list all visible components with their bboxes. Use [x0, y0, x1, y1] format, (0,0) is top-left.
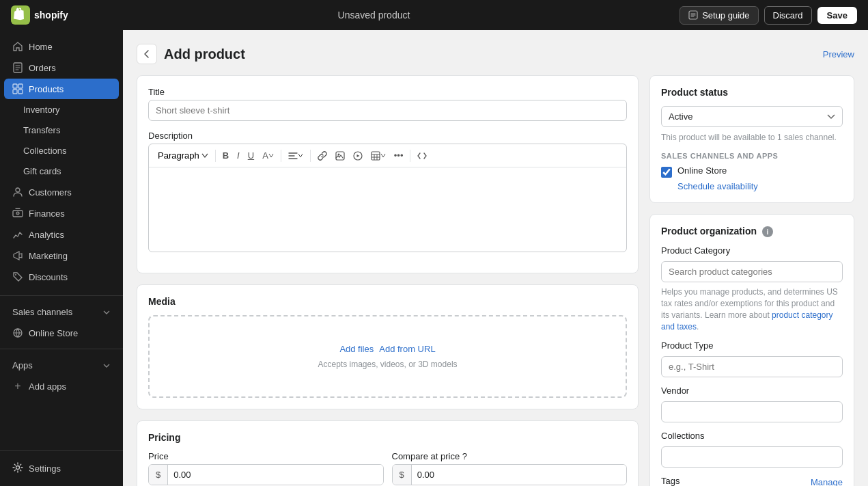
category-input[interactable] [661, 261, 843, 282]
sidebar-item-label: Gift cards [23, 166, 61, 176]
tags-manage-link[interactable]: Manage [811, 477, 843, 486]
logo-text: shopify [34, 10, 68, 21]
compare-input[interactable] [412, 465, 626, 485]
sidebar-item-products[interactable]: Products [4, 79, 119, 99]
description-field-group: Description Paragraph B I U [148, 131, 627, 252]
image-button[interactable] [332, 149, 348, 163]
online-store-icon [12, 327, 23, 338]
sidebar-item-discounts[interactable]: Discounts [4, 267, 119, 287]
sales-channels-section-title: SALES CHANNELS AND APPS [661, 152, 843, 160]
sidebar-item-collections[interactable]: Collections [4, 141, 119, 161]
sidebar-item-analytics[interactable]: Analytics [4, 224, 119, 245]
video-button[interactable] [350, 149, 366, 163]
online-store-label: Online Store [29, 328, 78, 338]
sidebar-item-label: Orders [29, 63, 56, 73]
sidebar-sales-channels[interactable]: Sales channels [4, 302, 119, 322]
svg-point-12 [16, 466, 20, 470]
sales-channels-label: Sales channels [12, 307, 72, 317]
main-content: Add product Preview Title Description [123, 30, 868, 486]
collections-label: Collections [661, 431, 843, 441]
underline-button[interactable]: U [244, 148, 257, 163]
sidebar-item-finances[interactable]: Finances [4, 203, 119, 224]
title-card: Title Description Paragraph [137, 75, 639, 273]
compare-price-field: Compare at price ? $ [392, 451, 628, 485]
svg-point-10 [15, 274, 16, 275]
apps-label: Apps [12, 360, 33, 370]
topbar-left: shopify [11, 5, 68, 25]
sidebar-apps[interactable]: Apps [4, 355, 119, 375]
setup-guide-button[interactable]: Setup guide [680, 6, 758, 25]
compare-prefix: $ [393, 465, 412, 485]
schedule-link[interactable]: Schedule availability [677, 181, 843, 191]
description-textarea[interactable] [149, 167, 626, 249]
back-button[interactable] [137, 44, 157, 64]
topbar: shopify Unsaved product Setup guide Disc… [0, 0, 868, 30]
customers-icon [12, 187, 23, 198]
compare-help-icon[interactable]: ? [462, 451, 467, 461]
sidebar-item-label: Inventory [23, 105, 59, 115]
setup-guide-label: Setup guide [702, 10, 749, 21]
code-button[interactable] [414, 150, 430, 161]
product-org-card: Product organization i Product Category … [649, 214, 854, 486]
discard-button[interactable]: Discard [764, 6, 812, 25]
add-url-link[interactable]: Add from URL [379, 344, 435, 354]
svg-rect-5 [13, 90, 17, 94]
text-color-button[interactable]: A [259, 148, 277, 163]
paragraph-select[interactable]: Paragraph [154, 148, 212, 163]
shopify-logo: shopify [11, 5, 68, 25]
org-help-icon[interactable]: i [762, 226, 773, 237]
left-column: Title Description Paragraph [137, 75, 639, 486]
sidebar-item-transfers[interactable]: Transfers [4, 120, 119, 140]
sidebar-item-settings[interactable]: Settings [4, 457, 119, 480]
sidebar-item-add-apps[interactable]: + Add apps [4, 376, 119, 396]
org-title-text: Product organization [661, 226, 757, 237]
category-hint: Helps you manage products, and determine… [661, 286, 843, 332]
align-button[interactable] [285, 150, 307, 162]
marketing-icon [12, 250, 23, 261]
page-title: Add product [164, 46, 245, 62]
category-field: Product Category Helps you manage produc… [661, 245, 843, 332]
italic-button[interactable]: I [234, 148, 243, 163]
product-type-input[interactable] [661, 356, 843, 377]
app-layout: Home Orders Products Inventory Transfers… [0, 30, 868, 486]
sidebar-item-orders[interactable]: Orders [4, 57, 119, 78]
sidebar-item-label: Analytics [29, 230, 64, 240]
editor-toolbar: Paragraph B I U A [149, 144, 626, 167]
bold-button[interactable]: B [219, 148, 232, 163]
page-document-title: Unsaved product [338, 10, 410, 21]
svg-point-7 [16, 188, 20, 192]
link-button[interactable] [314, 149, 331, 163]
price-input[interactable] [168, 465, 382, 485]
toolbar-divider-2 [281, 150, 281, 162]
sidebar-item-home[interactable]: Home [4, 36, 119, 57]
status-select[interactable]: Active Draft [661, 106, 843, 127]
online-store-checkbox[interactable] [661, 167, 672, 178]
sidebar-item-customers[interactable]: Customers [4, 182, 119, 202]
preview-link[interactable]: Preview [823, 49, 854, 59]
toolbar-divider-3 [310, 150, 311, 162]
sidebar-item-inventory[interactable]: Inventory [4, 100, 119, 120]
media-title: Media [148, 296, 627, 307]
tags-field: Tags Manage [661, 476, 843, 486]
media-dropzone[interactable]: Add files Add from URL Accepts images, v… [148, 315, 627, 398]
more-button[interactable]: ••• [391, 148, 407, 163]
org-card-title: Product organization i [661, 226, 843, 237]
status-hint: This product will be available to 1 sale… [661, 133, 843, 142]
description-editor: Paragraph B I U A [148, 144, 627, 252]
price-prefix: $ [149, 465, 168, 485]
media-links: Add files Add from URL [339, 344, 435, 354]
collections-input[interactable] [661, 446, 843, 468]
online-store-label[interactable]: Online Store [677, 165, 727, 176]
sidebar-item-marketing[interactable]: Marketing [4, 245, 119, 266]
title-input[interactable] [148, 100, 627, 121]
price-label: Price [148, 451, 384, 461]
add-files-link[interactable]: Add files [339, 344, 374, 354]
svg-point-14 [337, 153, 339, 155]
tags-header: Tags Manage [661, 476, 843, 486]
toolbar-divider [215, 150, 216, 162]
table-button[interactable] [367, 149, 389, 163]
sidebar-item-giftcards[interactable]: Gift cards [4, 161, 119, 181]
save-button[interactable]: Save [817, 7, 857, 24]
sidebar-item-online-store[interactable]: Online Store [4, 323, 119, 343]
vendor-input[interactable] [661, 401, 843, 422]
